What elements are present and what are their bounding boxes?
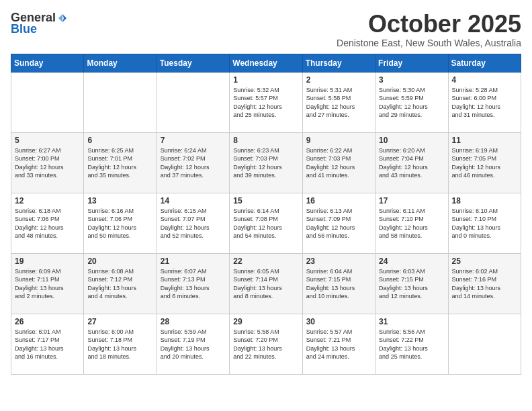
calendar-week-row: 5Sunrise: 6:27 AMSunset: 7:00 PMDaylight… xyxy=(11,132,521,193)
day-info: Sunrise: 6:03 AMSunset: 7:15 PMDaylight:… xyxy=(379,267,444,301)
day-info: Sunrise: 6:08 AMSunset: 7:12 PMDaylight:… xyxy=(87,267,152,301)
calendar-cell: 13Sunrise: 6:16 AMSunset: 7:06 PMDayligh… xyxy=(84,193,157,253)
day-number: 29 xyxy=(233,317,298,326)
calendar-cell: 18Sunrise: 6:10 AMSunset: 7:10 PMDayligh… xyxy=(448,193,521,253)
calendar-cell: 3Sunrise: 5:30 AMSunset: 5:59 PMDaylight… xyxy=(375,72,448,132)
logo-blue-text: Blue xyxy=(11,22,37,36)
day-info: Sunrise: 6:09 AMSunset: 7:11 PMDaylight:… xyxy=(15,267,80,301)
calendar-cell: 17Sunrise: 6:11 AMSunset: 7:10 PMDayligh… xyxy=(375,193,448,253)
day-info: Sunrise: 5:30 AMSunset: 5:59 PMDaylight:… xyxy=(379,86,444,120)
day-info: Sunrise: 6:02 AMSunset: 7:16 PMDaylight:… xyxy=(452,267,517,301)
calendar-week-row: 19Sunrise: 6:09 AMSunset: 7:11 PMDayligh… xyxy=(11,253,521,314)
day-number: 7 xyxy=(161,136,226,145)
calendar-cell xyxy=(84,72,157,132)
calendar-cell: 10Sunrise: 6:20 AMSunset: 7:04 PMDayligh… xyxy=(375,132,448,193)
day-info: Sunrise: 6:23 AMSunset: 7:03 PMDaylight:… xyxy=(233,146,298,180)
day-number: 23 xyxy=(306,257,371,266)
day-number: 6 xyxy=(87,136,152,145)
day-info: Sunrise: 6:16 AMSunset: 7:06 PMDaylight:… xyxy=(87,207,152,240)
day-number: 13 xyxy=(87,196,152,205)
calendar-cell: 19Sunrise: 6:09 AMSunset: 7:11 PMDayligh… xyxy=(11,253,84,314)
calendar-cell: 24Sunrise: 6:03 AMSunset: 7:15 PMDayligh… xyxy=(375,253,448,314)
logo-icon xyxy=(57,13,68,24)
day-number: 12 xyxy=(15,196,80,205)
day-info: Sunrise: 6:15 AMSunset: 7:07 PMDaylight:… xyxy=(161,207,226,240)
day-info: Sunrise: 6:13 AMSunset: 7:09 PMDaylight:… xyxy=(306,207,371,240)
day-info: Sunrise: 6:19 AMSunset: 7:05 PMDaylight:… xyxy=(452,146,517,180)
day-info: Sunrise: 6:07 AMSunset: 7:13 PMDaylight:… xyxy=(161,267,226,301)
calendar-cell: 4Sunrise: 5:28 AMSunset: 6:00 PMDaylight… xyxy=(448,72,521,132)
day-number: 17 xyxy=(379,196,444,205)
calendar-cell: 31Sunrise: 5:56 AMSunset: 7:22 PMDayligh… xyxy=(375,314,448,374)
svg-marker-0 xyxy=(62,14,66,22)
day-of-week-header: Saturday xyxy=(448,54,521,72)
day-number: 21 xyxy=(161,257,226,266)
day-number: 3 xyxy=(379,75,444,85)
day-number: 11 xyxy=(452,136,517,145)
calendar-week-row: 12Sunrise: 6:18 AMSunset: 7:06 PMDayligh… xyxy=(11,193,521,253)
calendar-week-row: 1Sunrise: 5:32 AMSunset: 5:57 PMDaylight… xyxy=(11,72,521,132)
day-info: Sunrise: 6:20 AMSunset: 7:04 PMDaylight:… xyxy=(379,146,444,180)
day-info: Sunrise: 5:28 AMSunset: 6:00 PMDaylight:… xyxy=(452,86,517,120)
logo: General Blue xyxy=(11,11,68,36)
calendar-cell: 9Sunrise: 6:22 AMSunset: 7:03 PMDaylight… xyxy=(302,132,375,193)
day-number: 31 xyxy=(379,317,444,326)
calendar-cell: 28Sunrise: 5:59 AMSunset: 7:19 PMDayligh… xyxy=(157,314,229,374)
day-number: 9 xyxy=(306,136,371,145)
day-of-week-header: Friday xyxy=(375,54,448,72)
day-number: 24 xyxy=(379,257,444,266)
day-info: Sunrise: 6:10 AMSunset: 7:10 PMDaylight:… xyxy=(452,207,517,240)
header: General Blue October 2025 Denistone East… xyxy=(11,11,521,48)
day-of-week-header: Wednesday xyxy=(230,54,302,72)
day-number: 4 xyxy=(452,75,517,85)
calendar-cell: 23Sunrise: 6:04 AMSunset: 7:15 PMDayligh… xyxy=(302,253,375,314)
calendar-cell: 5Sunrise: 6:27 AMSunset: 7:00 PMDaylight… xyxy=(11,132,84,193)
calendar-cell: 1Sunrise: 5:32 AMSunset: 5:57 PMDaylight… xyxy=(230,72,302,132)
day-of-week-header: Tuesday xyxy=(157,54,229,72)
calendar-cell: 7Sunrise: 6:24 AMSunset: 7:02 PMDaylight… xyxy=(157,132,229,193)
day-info: Sunrise: 5:31 AMSunset: 5:58 PMDaylight:… xyxy=(306,86,371,120)
calendar-header-row: SundayMondayTuesdayWednesdayThursdayFrid… xyxy=(11,54,521,72)
day-number: 15 xyxy=(233,196,298,205)
day-number: 25 xyxy=(452,257,517,266)
day-number: 30 xyxy=(306,317,371,326)
day-number: 2 xyxy=(306,75,371,85)
calendar-cell: 6Sunrise: 6:25 AMSunset: 7:01 PMDaylight… xyxy=(84,132,157,193)
calendar-cell: 22Sunrise: 6:05 AMSunset: 7:14 PMDayligh… xyxy=(230,253,302,314)
day-info: Sunrise: 6:14 AMSunset: 7:08 PMDaylight:… xyxy=(233,207,298,240)
day-number: 28 xyxy=(161,317,226,326)
day-number: 16 xyxy=(306,196,371,205)
month-title: October 2025 xyxy=(337,11,521,38)
day-info: Sunrise: 6:04 AMSunset: 7:15 PMDaylight:… xyxy=(306,267,371,301)
day-info: Sunrise: 6:00 AMSunset: 7:18 PMDaylight:… xyxy=(87,328,152,361)
day-info: Sunrise: 6:01 AMSunset: 7:17 PMDaylight:… xyxy=(15,328,80,361)
day-number: 22 xyxy=(233,257,298,266)
day-number: 14 xyxy=(161,196,226,205)
day-info: Sunrise: 5:56 AMSunset: 7:22 PMDaylight:… xyxy=(379,328,444,361)
calendar: SundayMondayTuesdayWednesdayThursdayFrid… xyxy=(11,54,521,375)
calendar-cell: 26Sunrise: 6:01 AMSunset: 7:17 PMDayligh… xyxy=(11,314,84,374)
calendar-cell: 14Sunrise: 6:15 AMSunset: 7:07 PMDayligh… xyxy=(157,193,229,253)
day-info: Sunrise: 5:32 AMSunset: 5:57 PMDaylight:… xyxy=(233,86,298,120)
calendar-cell xyxy=(157,72,229,132)
day-number: 5 xyxy=(15,136,80,145)
subtitle: Denistone East, New South Wales, Austral… xyxy=(337,38,521,48)
calendar-cell xyxy=(11,72,84,132)
calendar-week-row: 26Sunrise: 6:01 AMSunset: 7:17 PMDayligh… xyxy=(11,314,521,374)
day-info: Sunrise: 6:05 AMSunset: 7:14 PMDaylight:… xyxy=(233,267,298,301)
day-of-week-header: Sunday xyxy=(11,54,84,72)
day-info: Sunrise: 6:22 AMSunset: 7:03 PMDaylight:… xyxy=(306,146,371,180)
day-number: 27 xyxy=(87,317,152,326)
day-number: 8 xyxy=(233,136,298,145)
day-of-week-header: Monday xyxy=(84,54,157,72)
calendar-cell: 30Sunrise: 5:57 AMSunset: 7:21 PMDayligh… xyxy=(302,314,375,374)
day-info: Sunrise: 6:11 AMSunset: 7:10 PMDaylight:… xyxy=(379,207,444,240)
calendar-cell: 27Sunrise: 6:00 AMSunset: 7:18 PMDayligh… xyxy=(84,314,157,374)
calendar-cell: 16Sunrise: 6:13 AMSunset: 7:09 PMDayligh… xyxy=(302,193,375,253)
day-info: Sunrise: 6:18 AMSunset: 7:06 PMDaylight:… xyxy=(15,207,80,240)
day-number: 20 xyxy=(87,257,152,266)
title-area: October 2025 Denistone East, New South W… xyxy=(337,11,521,48)
calendar-cell: 8Sunrise: 6:23 AMSunset: 7:03 PMDaylight… xyxy=(230,132,302,193)
day-info: Sunrise: 5:58 AMSunset: 7:20 PMDaylight:… xyxy=(233,328,298,361)
day-info: Sunrise: 6:27 AMSunset: 7:00 PMDaylight:… xyxy=(15,146,80,180)
